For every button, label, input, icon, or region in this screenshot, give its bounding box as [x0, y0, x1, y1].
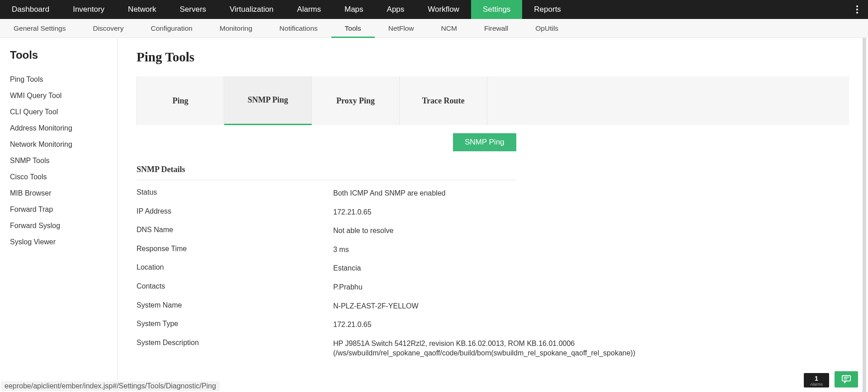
- nav-reports[interactable]: Reports: [522, 0, 573, 19]
- detail-row-contacts: Contacts P.Prabhu: [137, 278, 849, 297]
- page-title: Ping Tools: [137, 50, 849, 65]
- sidebar-item-cisco-tools[interactable]: Cisco Tools: [10, 169, 117, 185]
- sidebar-item-forward-syslog[interactable]: Forward Syslog: [10, 218, 117, 234]
- main-content: Ping Tools Ping SNMP Ping Proxy Ping Tra…: [118, 38, 868, 392]
- detail-row-location: Location Estancia: [137, 259, 849, 278]
- detail-label: Status: [137, 188, 333, 198]
- sub-notifications[interactable]: Notifications: [266, 19, 331, 38]
- detail-value: N-PLZ-EAST-2F-YELLOW: [333, 301, 740, 311]
- sub-configuration[interactable]: Configuration: [137, 19, 206, 38]
- sidebar-item-address-monitoring[interactable]: Address Monitoring: [10, 120, 117, 136]
- nav-virtualization[interactable]: Virtualization: [218, 0, 285, 19]
- detail-label: Response Time: [137, 245, 333, 255]
- action-row: SNMP Ping: [137, 133, 849, 165]
- chat-icon: [841, 374, 852, 384]
- detail-row-system-name: System Name N-PLZ-EAST-2F-YELLOW: [137, 297, 849, 316]
- detail-value: Not able to resolve: [333, 226, 740, 236]
- bottom-right-widgets: 1 Alarms: [804, 371, 858, 387]
- alarm-count: 1: [815, 375, 818, 382]
- nav-inventory[interactable]: Inventory: [61, 0, 116, 19]
- sub-general-settings[interactable]: General Settings: [0, 19, 79, 38]
- sidebar-item-network-monitoring[interactable]: Network Monitoring: [10, 136, 117, 153]
- detail-label: System Name: [137, 301, 333, 311]
- sub-nav: General Settings Discovery Configuration…: [0, 19, 868, 38]
- tab-ping[interactable]: Ping: [137, 76, 224, 125]
- sub-netflow[interactable]: NetFlow: [375, 19, 428, 38]
- top-nav: Dashboard Inventory Network Servers Virt…: [0, 0, 868, 19]
- nav-maps[interactable]: Maps: [333, 0, 375, 19]
- sidebar-item-mib-browser[interactable]: MIB Browser: [10, 185, 117, 201]
- detail-value: 3 ms: [333, 245, 740, 255]
- tool-tabs: Ping SNMP Ping Proxy Ping Trace Route: [137, 76, 849, 125]
- tab-trace-route[interactable]: Trace Route: [400, 76, 487, 125]
- tab-snmp-ping[interactable]: SNMP Ping: [224, 76, 312, 125]
- nav-network[interactable]: Network: [116, 0, 168, 19]
- nav-apps[interactable]: Apps: [375, 0, 416, 19]
- sub-ncm[interactable]: NCM: [428, 19, 471, 38]
- sub-oputils[interactable]: OpUtils: [522, 19, 572, 38]
- sidebar-list: Ping Tools WMI Query Tool CLI Query Tool…: [10, 71, 117, 250]
- detail-row-status: Status Both ICMP And SNMP are enabled: [137, 184, 849, 203]
- sub-firewall[interactable]: Firewall: [471, 19, 522, 38]
- detail-value: P.Prabhu: [333, 282, 740, 292]
- sidebar: Tools Ping Tools WMI Query Tool CLI Quer…: [0, 38, 118, 392]
- detail-label: System Description: [137, 339, 333, 358]
- detail-value: HP J9851A Switch 5412Rzl2, revision KB.1…: [333, 339, 740, 358]
- detail-label: System Type: [137, 320, 333, 330]
- alarm-label: Alarms: [810, 383, 823, 387]
- detail-value: Both ICMP And SNMP are enabled: [333, 188, 740, 198]
- nav-settings[interactable]: Settings: [471, 0, 522, 19]
- detail-label: Contacts: [137, 282, 333, 292]
- sidebar-item-syslog-viewer[interactable]: Syslog Viewer: [10, 234, 117, 250]
- sidebar-title: Tools: [10, 49, 117, 61]
- detail-row-system-description: System Description HP J9851A Switch 5412…: [137, 334, 849, 363]
- detail-row-ip: IP Address 172.21.0.65: [137, 203, 849, 222]
- detail-row-system-type: System Type 172.21.0.65: [137, 315, 849, 334]
- alarm-widget[interactable]: 1 Alarms: [804, 373, 829, 387]
- status-bar-url: eeprobe/apiclient/ember/index.jsp#/Setti…: [1, 381, 220, 391]
- chat-button[interactable]: [835, 371, 858, 387]
- detail-value: 172.21.0.65: [333, 207, 740, 217]
- sidebar-item-forward-trap[interactable]: Forward Trap: [10, 201, 117, 218]
- detail-label: IP Address: [137, 207, 333, 217]
- nav-dashboard[interactable]: Dashboard: [0, 0, 61, 19]
- sidebar-item-snmp-tools[interactable]: SNMP Tools: [10, 153, 117, 169]
- tab-proxy-ping[interactable]: Proxy Ping: [312, 76, 400, 125]
- sidebar-item-ping-tools[interactable]: Ping Tools: [10, 71, 117, 88]
- sub-monitoring[interactable]: Monitoring: [206, 19, 266, 38]
- detail-row-response-time: Response Time 3 ms: [137, 240, 849, 259]
- snmp-ping-button[interactable]: SNMP Ping: [453, 133, 516, 151]
- scrollbar-track[interactable]: [863, 38, 866, 392]
- detail-value: 172.21.0.65: [333, 320, 740, 330]
- nav-alarms[interactable]: Alarms: [285, 0, 333, 19]
- details-table: Status Both ICMP And SNMP are enabled IP…: [137, 184, 849, 363]
- detail-label: DNS Name: [137, 226, 333, 236]
- nav-servers[interactable]: Servers: [168, 0, 218, 19]
- sidebar-item-wmi-query[interactable]: WMI Query Tool: [10, 88, 117, 104]
- body: Tools Ping Tools WMI Query Tool CLI Quer…: [0, 38, 868, 392]
- section-title: SNMP Details: [137, 165, 516, 180]
- sidebar-item-cli-query[interactable]: CLI Query Tool: [10, 104, 117, 120]
- svg-rect-0: [842, 376, 850, 381]
- detail-label: Location: [137, 263, 333, 273]
- more-menu-icon[interactable]: [853, 0, 862, 19]
- detail-row-dns: DNS Name Not able to resolve: [137, 221, 849, 240]
- nav-workflow[interactable]: Workflow: [416, 0, 471, 19]
- detail-value: Estancia: [333, 263, 740, 273]
- sub-discovery[interactable]: Discovery: [79, 19, 137, 38]
- sub-tools[interactable]: Tools: [331, 19, 375, 38]
